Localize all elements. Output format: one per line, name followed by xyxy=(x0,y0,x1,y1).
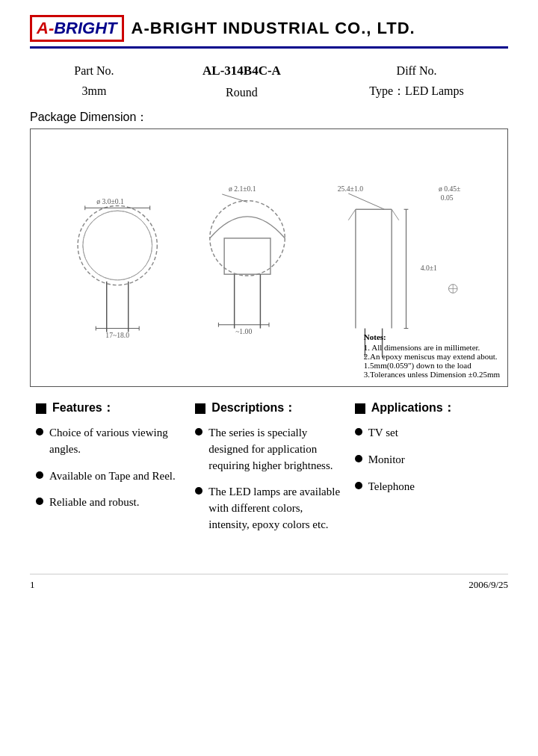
app-item-3: Telephone xyxy=(355,479,502,495)
company-name: A-BRIGHT INDUSTRIAL CO., LTD. xyxy=(132,19,415,38)
notes-line2: 2.An epoxy meniscus may extend about. xyxy=(364,352,500,361)
desc-text-2: The LED lamps are available with differe… xyxy=(208,484,342,533)
notes-box: Notes: 1. All dimensions are in millimet… xyxy=(364,332,500,379)
svg-line-29 xyxy=(392,209,399,220)
desc-text-1: The series is specially designed for app… xyxy=(208,425,342,474)
features-col: Features： Choice of various viewing angl… xyxy=(30,400,189,544)
bullet-icon-2 xyxy=(36,471,43,479)
diagram-box: ø 3.0±0.1 17~18.0 ø 2.1±0.1 ~1.00 25.4±1… xyxy=(30,128,508,387)
app-bullet-3 xyxy=(355,482,362,489)
applications-square-icon xyxy=(355,403,365,414)
part-value-col: AL-314B4C-A Round xyxy=(202,61,281,102)
header: A-BRIGHT A-BRIGHT INDUSTRIAL CO., LTD. xyxy=(30,15,508,49)
applications-header-text: Applications： xyxy=(371,400,455,416)
notes-line1: 1. All dimensions are in millimeter. xyxy=(364,343,500,352)
feature-item-1: Choice of various viewing angles. xyxy=(36,425,183,458)
logo-bright: BRIGHT xyxy=(54,19,117,37)
shape-value: Round xyxy=(226,82,258,102)
svg-text:ø 3.0±0.1: ø 3.0±0.1 xyxy=(96,198,124,206)
app-text-1: TV set xyxy=(368,425,502,441)
feature-item-3: Reliable and robust. xyxy=(36,495,183,511)
desc-bullet-1 xyxy=(195,428,202,436)
diff-no-label: Diff No. xyxy=(397,61,437,81)
app-bullet-2 xyxy=(355,455,362,462)
features-square-icon xyxy=(36,403,46,414)
svg-text:~1.00: ~1.00 xyxy=(235,327,252,335)
svg-line-15 xyxy=(222,194,247,202)
logo-box: A-BRIGHT xyxy=(30,15,124,42)
svg-text:ø 0.45±: ø 0.45± xyxy=(439,185,460,193)
part-no-col: Part No. 3mm xyxy=(74,61,114,102)
diff-col: Diff No. Type：LED Lamps xyxy=(369,61,463,102)
feature-item-2: Available on Tape and Reel. xyxy=(36,468,183,485)
feature-text-2: Available on Tape and Reel. xyxy=(49,468,183,485)
footer-page: 1 xyxy=(30,579,35,591)
descriptions-col: Descriptions： The series is specially de… xyxy=(189,400,348,544)
part-info: Part No. 3mm AL-314B4C-A Round Diff No. … xyxy=(30,61,508,102)
app-text-3: Telephone xyxy=(368,479,502,495)
app-bullet-1 xyxy=(355,428,362,436)
size-label: 3mm xyxy=(81,81,106,101)
descriptions-header-text: Descriptions： xyxy=(211,400,296,416)
applications-header: Applications： xyxy=(355,400,502,416)
bottom-section: Features： Choice of various viewing angl… xyxy=(30,400,508,544)
features-header-text: Features： xyxy=(52,400,114,416)
logo-a: A- xyxy=(37,19,54,37)
app-item-2: Monitor xyxy=(355,452,502,468)
svg-text:4.0±1: 4.0±1 xyxy=(421,264,437,272)
applications-col: Applications： TV set Monitor Telephone xyxy=(349,400,508,544)
desc-bullet-2 xyxy=(195,487,202,495)
package-label: Package Dimension： xyxy=(30,110,508,126)
svg-line-24 xyxy=(348,193,384,209)
notes-title: Notes: xyxy=(364,332,500,341)
app-item-1: TV set xyxy=(355,425,502,441)
svg-text:25.4±1.0: 25.4±1.0 xyxy=(338,185,363,193)
type-label: Type：LED Lamps xyxy=(369,81,463,101)
feature-text-1: Choice of various viewing angles. xyxy=(49,425,183,458)
svg-text:ø 2.1±0.1: ø 2.1±0.1 xyxy=(229,185,256,193)
notes-line4: 3.Tolerances unless Dimension ±0.25mm xyxy=(364,370,500,379)
bullet-icon-3 xyxy=(36,498,43,505)
feature-text-3: Reliable and robust. xyxy=(49,495,183,511)
part-no-value: AL-314B4C-A xyxy=(202,61,281,82)
desc-item-2: The LED lamps are available with differe… xyxy=(195,484,342,533)
desc-item-1: The series is specially designed for app… xyxy=(195,425,342,474)
descriptions-square-icon xyxy=(195,403,205,414)
footer: 1 2006/9/25 xyxy=(30,574,508,591)
svg-point-0 xyxy=(78,205,157,285)
features-header: Features： xyxy=(36,400,183,416)
svg-text:0.05: 0.05 xyxy=(441,193,454,202)
bullet-icon-1 xyxy=(36,428,43,436)
svg-line-28 xyxy=(348,209,356,220)
descriptions-header: Descriptions： xyxy=(195,400,342,416)
app-text-2: Monitor xyxy=(368,452,502,468)
notes-line3: 1.5mm(0.059") down to the load xyxy=(364,361,500,370)
part-no-label: Part No. xyxy=(74,61,114,81)
footer-date: 2006/9/25 xyxy=(469,579,508,591)
svg-rect-16 xyxy=(224,238,270,274)
svg-text:17~18.0: 17~18.0 xyxy=(105,331,129,339)
